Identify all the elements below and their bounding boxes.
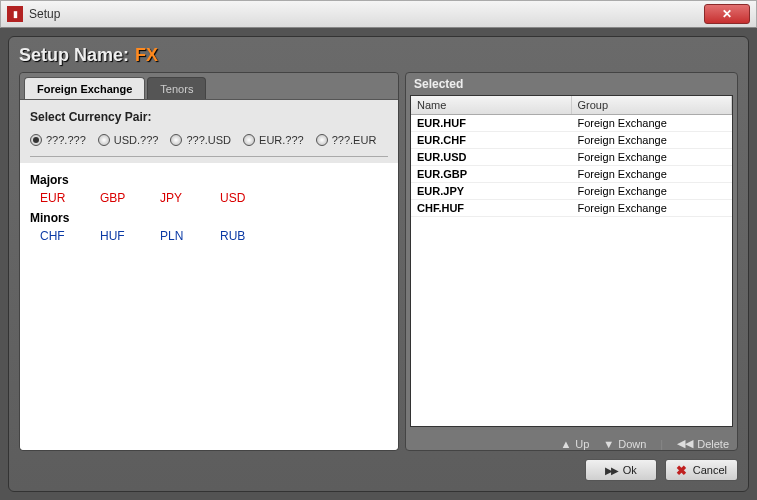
footer: ▶▶ Ok ✖ Cancel — [19, 451, 738, 483]
selected-grid: Name Group EUR.HUF Foreign Exchange EUR.… — [410, 95, 733, 427]
currency-rub[interactable]: RUB — [220, 229, 280, 243]
radio-dot-icon — [98, 134, 110, 146]
window-title: Setup — [29, 7, 704, 21]
cell-name: EUR.CHF — [411, 132, 572, 148]
radio-label: ???.EUR — [332, 134, 377, 146]
list-tools: ▲ Up ▼ Down | ◀◀ Delete — [406, 431, 737, 450]
cell-name: EUR.USD — [411, 149, 572, 165]
currency-chf[interactable]: CHF — [40, 229, 100, 243]
setup-name-value: FX — [135, 45, 158, 66]
ok-label: Ok — [623, 464, 637, 476]
table-row[interactable]: EUR.HUF Foreign Exchange — [411, 115, 732, 132]
table-row[interactable]: EUR.USD Foreign Exchange — [411, 149, 732, 166]
cancel-button[interactable]: ✖ Cancel — [665, 459, 738, 481]
filter-title: Select Currency Pair: — [30, 110, 388, 124]
currency-jpy[interactable]: JPY — [160, 191, 220, 205]
close-icon: ✕ — [722, 7, 732, 21]
col-group[interactable]: Group — [572, 96, 733, 114]
radio-dot-icon — [30, 134, 42, 146]
radio-dot-icon — [316, 134, 328, 146]
right-column: Selected Name Group EUR.HUF Foreign Exch… — [405, 72, 738, 451]
tab-bar: Foreign Exchange Tenors — [20, 73, 398, 99]
cell-group: Foreign Exchange — [572, 115, 733, 131]
radio-any-any[interactable]: ???.??? — [30, 134, 86, 146]
majors-row: EUR GBP JPY USD — [40, 191, 388, 205]
window-close-button[interactable]: ✕ — [704, 4, 750, 24]
cell-name: EUR.GBP — [411, 166, 572, 182]
currency-gbp[interactable]: GBP — [100, 191, 160, 205]
main-panel: Foreign Exchange Tenors Select Currency … — [19, 72, 738, 451]
cell-name: EUR.HUF — [411, 115, 572, 131]
radio-eur-any[interactable]: EUR.??? — [243, 134, 304, 146]
table-row[interactable]: EUR.JPY Foreign Exchange — [411, 183, 732, 200]
cell-group: Foreign Exchange — [572, 200, 733, 216]
separator: | — [660, 438, 663, 450]
ok-arrows-icon: ▶▶ — [605, 465, 617, 476]
col-name[interactable]: Name — [411, 96, 572, 114]
radio-label: ???.USD — [186, 134, 231, 146]
cell-group: Foreign Exchange — [572, 183, 733, 199]
tab-tenors[interactable]: Tenors — [147, 77, 206, 99]
cancel-x-icon: ✖ — [676, 463, 687, 478]
left-column: Foreign Exchange Tenors Select Currency … — [19, 72, 399, 451]
table-row[interactable]: EUR.CHF Foreign Exchange — [411, 132, 732, 149]
radio-any-usd[interactable]: ???.USD — [170, 134, 231, 146]
shell: Setup Name: FX Foreign Exchange Tenors S… — [0, 28, 757, 500]
move-up-button[interactable]: ▲ Up — [560, 438, 589, 450]
table-row[interactable]: EUR.GBP Foreign Exchange — [411, 166, 732, 183]
titlebar: ▮ Setup ✕ — [0, 0, 757, 28]
setup-name-row: Setup Name: FX — [19, 45, 738, 66]
delete-button[interactable]: ◀◀ Delete — [677, 437, 729, 450]
tab-foreign-exchange[interactable]: Foreign Exchange — [24, 77, 145, 99]
radio-dot-icon — [243, 134, 255, 146]
tab-label: Foreign Exchange — [37, 83, 132, 95]
tab-content: Select Currency Pair: ???.??? USD.??? — [20, 99, 398, 450]
triangle-down-icon: ▼ — [603, 438, 614, 450]
currency-pln[interactable]: PLN — [160, 229, 220, 243]
ok-button[interactable]: ▶▶ Ok — [585, 459, 657, 481]
tool-label: Up — [575, 438, 589, 450]
radio-usd-any[interactable]: USD.??? — [98, 134, 159, 146]
app-icon: ▮ — [7, 6, 23, 22]
cell-name: CHF.HUF — [411, 200, 572, 216]
currency-eur[interactable]: EUR — [40, 191, 100, 205]
grid-header: Name Group — [411, 96, 732, 115]
minors-header: Minors — [30, 211, 388, 225]
cell-name: EUR.JPY — [411, 183, 572, 199]
grid-body: EUR.HUF Foreign Exchange EUR.CHF Foreign… — [411, 115, 732, 426]
move-down-button[interactable]: ▼ Down — [603, 438, 646, 450]
cancel-label: Cancel — [693, 464, 727, 476]
triangle-up-icon: ▲ — [560, 438, 571, 450]
tab-label: Tenors — [160, 83, 193, 95]
minors-row: CHF HUF PLN RUB — [40, 229, 388, 243]
cell-group: Foreign Exchange — [572, 166, 733, 182]
rewind-icon: ◀◀ — [677, 437, 693, 450]
cell-group: Foreign Exchange — [572, 132, 733, 148]
selected-title: Selected — [406, 73, 737, 95]
currency-list: Majors EUR GBP JPY USD Minors CHF HUF PL… — [20, 163, 398, 450]
radio-group: ???.??? USD.??? ???.USD — [30, 134, 388, 157]
majors-header: Majors — [30, 173, 388, 187]
radio-label: ???.??? — [46, 134, 86, 146]
radio-any-eur[interactable]: ???.EUR — [316, 134, 377, 146]
table-row[interactable]: CHF.HUF Foreign Exchange — [411, 200, 732, 217]
tool-label: Down — [618, 438, 646, 450]
setup-name-label: Setup Name: — [19, 45, 129, 66]
tool-label: Delete — [697, 438, 729, 450]
inner-panel: Setup Name: FX Foreign Exchange Tenors S… — [8, 36, 749, 492]
radio-label: EUR.??? — [259, 134, 304, 146]
currency-huf[interactable]: HUF — [100, 229, 160, 243]
radio-dot-icon — [170, 134, 182, 146]
currency-usd[interactable]: USD — [220, 191, 280, 205]
cell-group: Foreign Exchange — [572, 149, 733, 165]
radio-label: USD.??? — [114, 134, 159, 146]
filter-bar: Select Currency Pair: ???.??? USD.??? — [20, 100, 398, 163]
